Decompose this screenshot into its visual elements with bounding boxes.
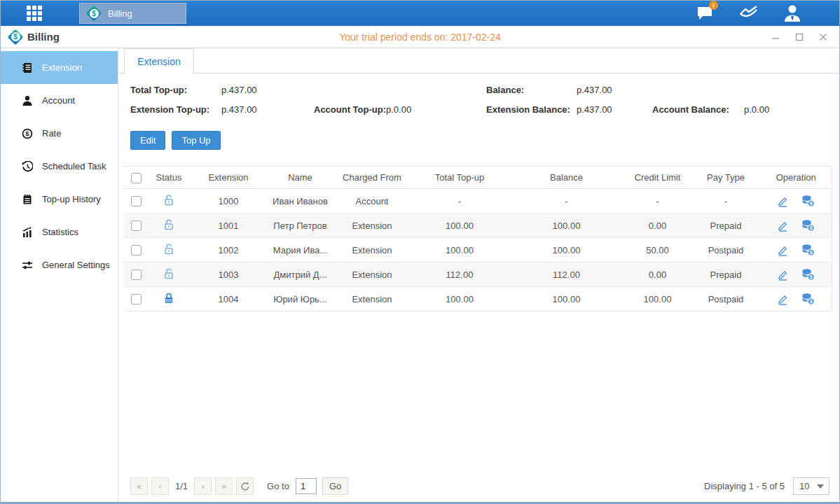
billing-window: $ Billing ! — [0, 0, 840, 504]
sidebar-item-label: Statistics — [42, 227, 78, 237]
pay-type-cell: Postpaid — [691, 287, 761, 312]
top-up-row-icon[interactable]: $ — [801, 268, 815, 281]
displaying-info: Displaying 1 - 5 of 5 — [704, 481, 785, 491]
total-topup-cell: 100.00 — [411, 287, 509, 312]
unlocked-icon — [163, 243, 175, 255]
go-button[interactable]: Go — [322, 477, 348, 495]
pay-type-cell: Prepaid — [691, 214, 761, 238]
ledger-icon — [22, 62, 33, 74]
pay-type-cell: Postpaid — [691, 238, 761, 262]
sidebar-item-label: Scheduled Task — [42, 161, 106, 172]
sidebar-item-topup-history[interactable]: Top-up History — [1, 183, 118, 216]
first-page-button[interactable]: « — [130, 477, 148, 495]
edit-button[interactable]: Edit — [130, 131, 165, 150]
total-topup-cell: 112.00 — [411, 262, 509, 287]
minimize-button[interactable] — [771, 32, 780, 42]
app-grid-icon[interactable] — [27, 6, 42, 21]
table-row: 1002 Мария Ива... Extension 100.00 100.0… — [124, 238, 832, 262]
table-row: 1001 Петр Петров Extension 100.00 100.00… — [124, 214, 832, 238]
charged-from-cell: Account — [333, 189, 411, 214]
pay-type-cell: - — [691, 189, 761, 214]
extension-balance-label: Extension Balance: — [486, 104, 577, 115]
top-up-row-icon[interactable]: $ — [801, 244, 815, 256]
table-row: 1000 Иван Иванов Account - - - - — [124, 189, 832, 214]
maximize-button[interactable] — [794, 32, 804, 42]
edit-row-icon[interactable] — [777, 293, 789, 305]
billing-app-tab[interactable]: $ Billing — [79, 3, 186, 24]
page-info: 1/1 — [175, 481, 188, 491]
chevron-down-icon — [817, 484, 824, 489]
balance-cell: - — [509, 189, 624, 214]
close-button[interactable] — [818, 32, 828, 42]
charged-from-cell: Extension — [333, 262, 411, 287]
extension-table-body: 1000 Иван Иванов Account - - - - — [124, 189, 832, 312]
top-up-row-icon[interactable]: $ — [801, 219, 815, 232]
next-page-button[interactable]: › — [194, 477, 212, 495]
sidebar-item-statistics[interactable]: Statistics — [1, 216, 118, 248]
refresh-button[interactable] — [236, 477, 254, 495]
credit-limit-cell: - — [624, 189, 691, 214]
row-checkbox[interactable] — [131, 245, 142, 255]
total-topup-cell: 100.00 — [411, 238, 509, 262]
page-size-select[interactable]: 10 — [793, 477, 829, 495]
row-checkbox[interactable] — [131, 294, 142, 304]
top-up-row-icon[interactable]: $ — [801, 293, 815, 305]
top-up-row-icon[interactable]: $ — [801, 195, 815, 207]
total-topup-label: Total Top-up: — [130, 85, 221, 95]
row-checkbox[interactable] — [131, 220, 142, 231]
extension-topup-label: Extension Top-up: — [130, 104, 221, 115]
notification-badge: ! — [709, 1, 718, 10]
user-account-icon[interactable] — [782, 4, 803, 22]
extension-cell: 1003 — [190, 262, 267, 287]
account-balance-label: Account Balance: — [652, 104, 744, 115]
person-icon — [22, 95, 33, 106]
extension-balance-value: p.437.00 — [577, 104, 612, 115]
col-charged-from: Charged From — [333, 167, 411, 189]
refresh-icon — [240, 482, 250, 491]
row-checkbox[interactable] — [131, 196, 142, 206]
sidebar-item-rate[interactable]: $ Rate — [1, 117, 118, 150]
credit-limit-cell: 50.00 — [624, 238, 691, 262]
sidebar-item-label: Account — [42, 95, 75, 106]
sidebar-item-extension[interactable]: Extension — [1, 51, 118, 84]
row-checkbox[interactable] — [131, 270, 142, 280]
sliders-icon — [22, 260, 33, 271]
sidebar-item-label: Top-up History — [42, 194, 101, 204]
account-topup-label: Account Top-up: — [314, 104, 386, 115]
pagination-bar: « ‹ 1/1 › » Go to Go Displaying 1 - 5 of… — [118, 475, 839, 502]
col-credit-limit: Credit Limit — [624, 167, 691, 189]
messages-icon[interactable]: ! — [695, 4, 716, 22]
prev-page-button[interactable]: ‹ — [151, 477, 169, 495]
tab-extension[interactable]: Extension — [124, 48, 194, 74]
account-topup-value: p.0.00 — [386, 104, 411, 115]
edit-row-icon[interactable] — [777, 244, 789, 256]
extension-cell: 1000 — [190, 189, 267, 214]
sidebar-item-general-settings[interactable]: General Settings — [1, 248, 118, 281]
bar-chart-icon — [22, 227, 33, 238]
sidebar-item-scheduled-task[interactable]: Scheduled Task — [1, 150, 118, 183]
monitor-chart-icon[interactable] — [738, 4, 759, 22]
balance-cell: 112.00 — [509, 262, 624, 287]
charged-from-cell: Extension — [333, 214, 411, 238]
top-up-button[interactable]: Top Up — [172, 131, 220, 150]
summary-panel: Total Top-up:p.437.00 Balance:p.437.00 E… — [118, 74, 839, 115]
sidebar-item-account[interactable]: Account — [1, 84, 118, 117]
billing-app-tab-label: Billing — [108, 8, 132, 19]
col-extension: Extension — [190, 167, 267, 189]
edit-row-icon[interactable] — [777, 195, 789, 207]
total-topup-cell: - — [411, 189, 509, 214]
window-title: Billing — [27, 31, 60, 43]
edit-row-icon[interactable] — [777, 269, 789, 281]
status-cell — [148, 287, 190, 312]
last-page-button[interactable]: » — [215, 477, 233, 495]
goto-page-input[interactable] — [296, 478, 317, 494]
extension-table: Status Extension Name Charged From Total… — [124, 166, 832, 312]
balance-cell: 100.00 — [509, 214, 624, 238]
page-size-value: 10 — [794, 481, 817, 491]
select-all-checkbox[interactable] — [131, 173, 142, 183]
edit-row-icon[interactable] — [777, 220, 789, 232]
charged-from-cell: Extension — [333, 238, 411, 262]
status-cell — [148, 214, 190, 238]
status-cell — [148, 238, 190, 262]
notepad-icon — [22, 194, 33, 205]
